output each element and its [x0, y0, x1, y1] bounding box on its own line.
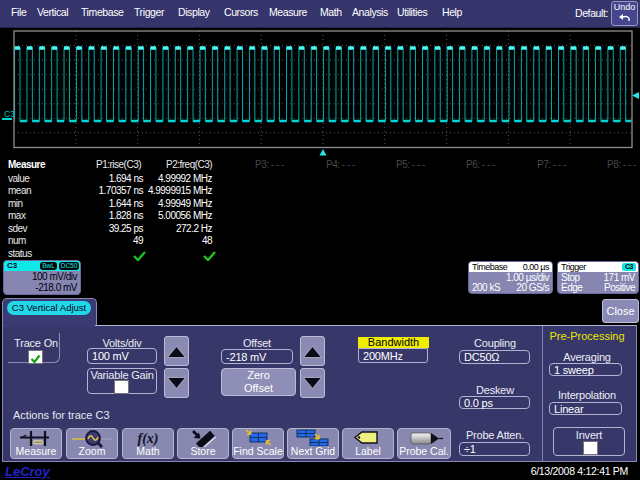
svg-text:C3: C3 [4, 109, 15, 119]
svg-text:f(x): f(x) [138, 431, 159, 446]
